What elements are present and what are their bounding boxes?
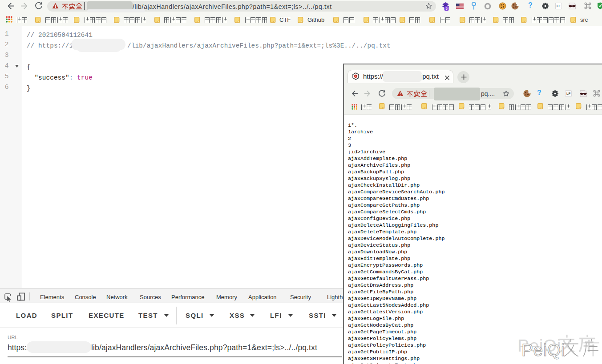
svg-text:5: 5 — [445, 6, 448, 11]
